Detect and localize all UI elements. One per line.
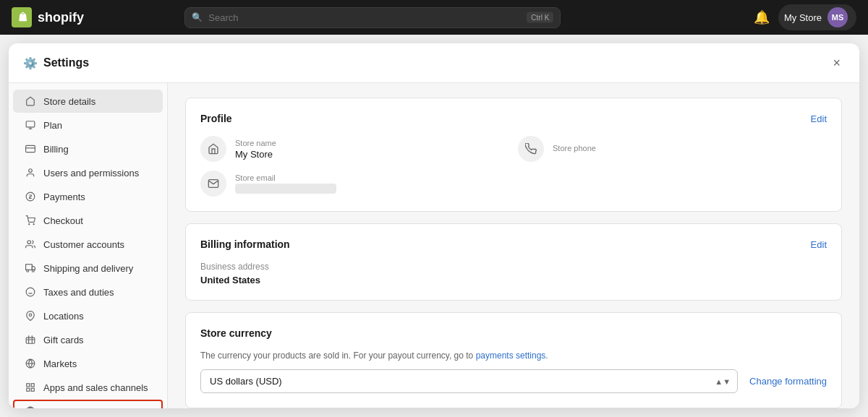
- search-bar: 🔍 Ctrl K: [184, 7, 561, 28]
- store-name-label: Store name: [235, 139, 276, 147]
- profile-card: Profile Edit Store name: [185, 98, 842, 212]
- search-shortcut: Ctrl K: [527, 12, 553, 23]
- store-email-field: Store email: [200, 171, 509, 197]
- markets-label: Markets: [43, 358, 77, 369]
- users-permissions-label: Users and permissions: [43, 168, 139, 179]
- main-content: Profile Edit Store name: [168, 83, 859, 408]
- svg-point-8: [33, 224, 34, 225]
- payments-settings-link[interactable]: payments settings: [476, 351, 546, 361]
- svg-rect-10: [26, 265, 33, 270]
- sidebar: Store detailsPlanBillingUsers and permis…: [9, 83, 168, 408]
- plan-label: Plan: [43, 120, 62, 131]
- sidebar-item-markets[interactable]: Markets: [13, 352, 163, 375]
- bell-icon[interactable]: 🔔: [754, 9, 770, 25]
- settings-modal: ⚙️ Settings × Store detailsPlanBillingUs…: [9, 43, 859, 408]
- shopify-bag-icon: [12, 7, 32, 27]
- users-permissions-icon: [25, 167, 36, 179]
- svg-point-9: [27, 241, 31, 244]
- store-name-value: My Store: [235, 149, 276, 160]
- svg-rect-23: [31, 388, 34, 391]
- store-email-label: Store email: [235, 173, 336, 182]
- store-name-field-content: Store name My Store: [235, 139, 276, 160]
- profile-card-header: Profile Edit: [200, 113, 827, 124]
- gift-cards-label: Gift cards: [43, 335, 84, 345]
- currency-card-header: Store currency: [200, 327, 827, 339]
- store-selector[interactable]: My Store MS: [778, 4, 856, 30]
- sidebar-item-payments[interactable]: Payments: [13, 185, 163, 208]
- billing-edit-link[interactable]: Edit: [811, 239, 827, 250]
- store-phone-field: Store phone: [518, 136, 827, 162]
- svg-marker-11: [32, 267, 35, 270]
- svg-point-17: [29, 314, 32, 317]
- sidebar-item-domains[interactable]: Domains: [13, 400, 163, 408]
- change-format-link[interactable]: Change formatting: [749, 376, 827, 387]
- store-phone-field-content: Store phone: [553, 144, 596, 154]
- svg-rect-22: [31, 384, 34, 387]
- store-currency-card: Store currency The currency your product…: [185, 312, 842, 408]
- customer-accounts-label: Customer accounts: [43, 239, 124, 250]
- sidebar-item-locations[interactable]: Locations: [13, 304, 163, 327]
- email-icon-circle: [200, 171, 226, 197]
- profile-title: Profile: [200, 113, 232, 124]
- billing-title: Billing information: [200, 238, 290, 250]
- topbar-right: 🔔 My Store MS: [754, 4, 856, 30]
- business-address-value: United States: [200, 275, 827, 285]
- store-name-label: My Store: [784, 12, 822, 23]
- settings-title-text: Settings: [43, 56, 89, 69]
- sidebar-item-store-details[interactable]: Store details: [13, 90, 163, 113]
- sidebar-item-checkout[interactable]: Checkout: [13, 209, 163, 232]
- currency-subtitle-before: The currency your products are sold in. …: [200, 351, 476, 361]
- close-button[interactable]: ×: [828, 55, 845, 71]
- sidebar-item-customer-accounts[interactable]: Customer accounts: [13, 233, 163, 256]
- sidebar-item-shipping-delivery[interactable]: Shipping and delivery: [13, 257, 163, 280]
- shipping-delivery-icon: [25, 262, 36, 274]
- sidebar-item-gift-cards[interactable]: Gift cards: [13, 328, 163, 351]
- payments-label: Payments: [43, 192, 85, 202]
- store-email-value-blurred: [235, 184, 336, 194]
- search-input[interactable]: [184, 7, 561, 28]
- logo: shopify: [12, 7, 84, 27]
- svg-rect-18: [26, 338, 35, 343]
- apps-sales-channels-label: Apps and sales channels: [43, 382, 148, 393]
- topbar: shopify 🔍 Ctrl K 🔔 My Store MS: [0, 0, 868, 35]
- search-icon: 🔍: [192, 12, 203, 22]
- logo-text: shopify: [38, 10, 84, 25]
- store-details-icon: [25, 95, 36, 107]
- taxes-duties-label: Taxes and duties: [43, 287, 114, 298]
- sidebar-item-billing[interactable]: Billing: [13, 137, 163, 160]
- settings-title: ⚙️ Settings: [23, 56, 89, 70]
- locations-icon: [25, 310, 36, 322]
- billing-icon: [25, 143, 36, 155]
- payments-icon: [25, 191, 36, 202]
- profile-edit-link[interactable]: Edit: [811, 113, 827, 124]
- svg-point-5: [29, 169, 33, 173]
- gear-icon: ⚙️: [23, 56, 38, 70]
- store-details-label: Store details: [43, 96, 95, 107]
- currency-subtitle: The currency your products are sold in. …: [200, 351, 827, 361]
- business-address-label: Business address: [200, 262, 827, 272]
- plan-icon: [25, 119, 36, 131]
- checkout-icon: [25, 215, 36, 226]
- svg-rect-24: [27, 388, 30, 391]
- currency-subtitle-after: .: [545, 351, 548, 361]
- svg-point-14: [26, 288, 35, 296]
- checkout-label: Checkout: [43, 215, 83, 226]
- store-avatar: MS: [827, 7, 848, 27]
- sidebar-item-apps-sales-channels[interactable]: Apps and sales channels: [13, 376, 163, 399]
- currency-select[interactable]: US dollars (USD): [200, 369, 738, 393]
- domains-icon: [25, 405, 36, 408]
- svg-point-7: [29, 224, 30, 225]
- svg-rect-0: [26, 121, 35, 127]
- sidebar-item-plan[interactable]: Plan: [13, 113, 163, 137]
- currency-select-wrapper: US dollars (USD) ▲▼: [200, 369, 738, 393]
- sidebar-item-users-permissions[interactable]: Users and permissions: [13, 161, 163, 184]
- domains-label: Domains: [43, 406, 80, 409]
- locations-label: Locations: [43, 311, 84, 322]
- phone-icon-circle: [518, 136, 544, 162]
- billing-label: Billing: [43, 144, 69, 155]
- svg-rect-21: [27, 384, 30, 387]
- billing-card-header: Billing information Edit: [200, 238, 827, 250]
- sidebar-item-taxes-duties[interactable]: Taxes and duties: [13, 280, 163, 304]
- billing-info-card: Billing information Edit Business addres…: [185, 223, 842, 301]
- store-name-field: Store name My Store: [200, 136, 509, 162]
